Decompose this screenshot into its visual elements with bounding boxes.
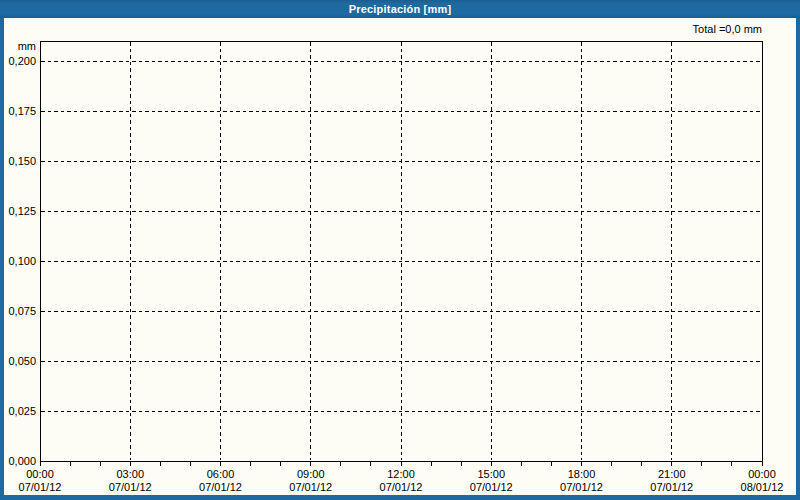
chart-plot-area: mm0,2000,1750,1500,1250,1000,0750,0500,0… [0, 0, 800, 500]
window-border-right [796, 18, 800, 500]
y-tick-label: 0,175 [8, 105, 36, 117]
x-tick-time-label: 12:00 [387, 468, 415, 480]
x-tick-time-label: 18:00 [568, 468, 596, 480]
y-tick-label: 0,000 [8, 455, 36, 467]
x-tick-date-label: 07/01/12 [289, 481, 332, 493]
x-tick-date-label: 07/01/12 [380, 481, 423, 493]
x-tick-date-label: 07/01/12 [470, 481, 513, 493]
chart-title-bar: Precipitación [mm] [0, 0, 800, 18]
y-tick-label: 0,050 [8, 355, 36, 367]
window-border-bottom [0, 495, 800, 500]
x-tick-date-label: 07/01/12 [650, 481, 693, 493]
x-tick-time-label: 03:00 [116, 468, 144, 480]
x-tick-time-label: 00:00 [26, 468, 54, 480]
y-axis-unit-label: mm [18, 40, 36, 52]
x-tick-time-label: 21:00 [658, 468, 686, 480]
window-border-left [0, 18, 4, 500]
x-tick-time-label: 00:00 [748, 468, 776, 480]
x-tick-date-label: 07/01/12 [560, 481, 603, 493]
y-tick-label: 0,150 [8, 155, 36, 167]
chart-title: Precipitación [mm] [349, 3, 452, 15]
x-tick-date-label: 08/01/12 [741, 481, 784, 493]
y-tick-label: 0,025 [8, 405, 36, 417]
y-tick-label: 0,200 [8, 55, 36, 67]
y-tick-label: 0,125 [8, 205, 36, 217]
y-tick-label: 0,075 [8, 305, 36, 317]
total-annotation: Total =0,0 mm [0, 23, 762, 35]
x-tick-date-label: 07/01/12 [19, 481, 62, 493]
y-tick-label: 0,100 [8, 255, 36, 267]
x-tick-date-label: 07/01/12 [199, 481, 242, 493]
precipitation-chart-window: mm0,2000,1750,1500,1250,1000,0750,0500,0… [0, 0, 800, 500]
x-tick-date-label: 07/01/12 [109, 481, 152, 493]
x-tick-time-label: 15:00 [477, 468, 505, 480]
x-tick-time-label: 06:00 [207, 468, 235, 480]
x-tick-time-label: 09:00 [297, 468, 325, 480]
